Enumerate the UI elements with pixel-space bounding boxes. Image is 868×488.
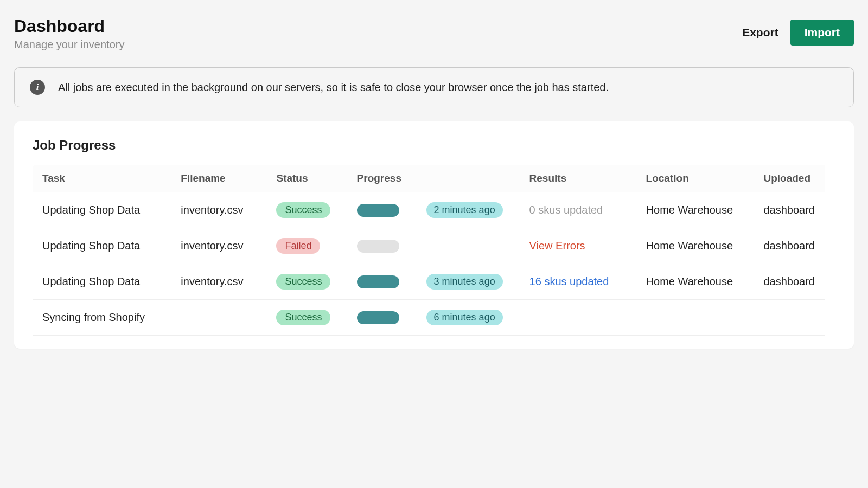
page-header: Dashboard Manage your inventory Export I… [14,16,854,51]
table-scroll-wrap[interactable]: Task Filename Status Progress Results Lo… [33,165,835,336]
table-row: Updating Shop Datainventory.csvSuccess2 … [33,192,825,228]
cell-progress [347,228,520,264]
page-title: Dashboard [14,16,124,36]
cell-progress: 6 minutes ago [347,300,520,336]
cell-status: Success [266,264,347,300]
progress-bar [357,311,399,324]
progress-bar [357,275,399,288]
col-header-progress: Progress [347,165,520,192]
cell-status: Success [266,300,347,336]
cell-location: Home Warehouse [636,228,754,264]
table-row: Updating Shop Datainventory.csvFailedVie… [33,228,825,264]
time-pill: 6 minutes ago [426,310,503,325]
col-header-uploaded: Uploaded [754,165,825,192]
result-link[interactable]: 16 skus updated [529,275,609,287]
cell-filename: inventory.csv [171,228,266,264]
cell-uploaded [754,300,825,336]
cell-location [636,300,754,336]
cell-task: Updating Shop Data [33,264,171,300]
cell-results: View Errors [520,228,636,264]
cell-results: 16 skus updated [520,264,636,300]
table-header-row: Task Filename Status Progress Results Lo… [33,165,825,192]
progress-bar [357,204,399,217]
col-header-filename: Filename [171,165,266,192]
title-block: Dashboard Manage your inventory [14,16,124,51]
cell-filename [171,300,266,336]
view-errors-link[interactable]: View Errors [529,240,585,252]
job-progress-card: Job Progress Task Filename Status Progre… [14,121,854,349]
col-header-location: Location [636,165,754,192]
col-header-results: Results [520,165,636,192]
info-banner: i All jobs are executed in the backgroun… [14,67,854,107]
info-icon: i [30,80,45,95]
time-pill: 2 minutes ago [426,202,503,218]
status-badge-success: Success [276,310,330,325]
table-row: Syncing from ShopifySuccess6 minutes ago [33,300,825,336]
cell-progress: 2 minutes ago [347,192,520,228]
cell-location: Home Warehouse [636,192,754,228]
info-banner-text: All jobs are executed in the background … [58,81,609,94]
cell-status: Success [266,192,347,228]
cell-task: Updating Shop Data [33,192,171,228]
cell-uploaded: dashboard [754,228,825,264]
col-header-task: Task [33,165,171,192]
table-row: Updating Shop Datainventory.csvSuccess3 … [33,264,825,300]
page-subtitle: Manage your inventory [14,38,124,51]
header-actions: Export Import [742,16,854,46]
cell-location: Home Warehouse [636,264,754,300]
cell-results [520,300,636,336]
cell-status: Failed [266,228,347,264]
cell-filename: inventory.csv [171,192,266,228]
result-text: 0 skus updated [529,204,603,216]
status-badge-success: Success [276,274,330,290]
status-badge-success: Success [276,202,330,218]
cell-uploaded: dashboard [754,264,825,300]
section-title: Job Progress [33,138,835,153]
cell-task: Syncing from Shopify [33,300,171,336]
import-button[interactable]: Import [790,20,854,46]
status-badge-failed: Failed [276,238,320,254]
col-header-status: Status [266,165,347,192]
cell-filename: inventory.csv [171,264,266,300]
export-link[interactable]: Export [742,26,778,39]
cell-task: Updating Shop Data [33,228,171,264]
cell-progress: 3 minutes ago [347,264,520,300]
cell-results: 0 skus updated [520,192,636,228]
job-progress-table: Task Filename Status Progress Results Lo… [33,165,825,336]
progress-bar [357,240,399,253]
time-pill: 3 minutes ago [426,274,503,290]
cell-uploaded: dashboard [754,192,825,228]
